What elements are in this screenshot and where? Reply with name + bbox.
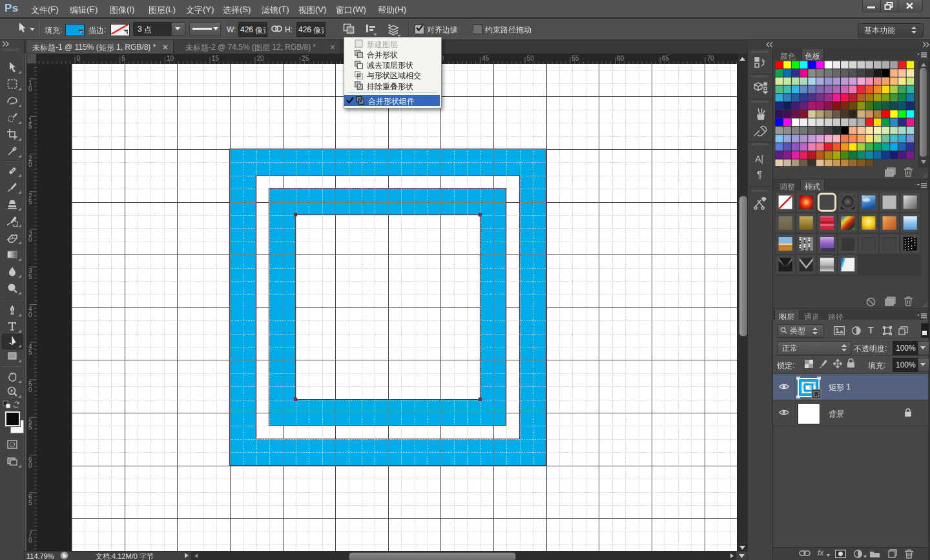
svg-text:0: 0 — [28, 236, 32, 243]
svg-text:5: 5 — [121, 55, 125, 62]
svg-text:5: 5 — [28, 499, 32, 506]
svg-text:0: 0 — [28, 85, 32, 92]
svg-text:50: 50 — [527, 55, 535, 62]
svg-text:5: 5 — [28, 273, 32, 280]
svg-text:20: 20 — [256, 55, 264, 62]
svg-text:60: 60 — [617, 55, 625, 62]
svg-text:0: 0 — [28, 311, 32, 318]
svg-text:0: 0 — [28, 462, 32, 469]
svg-text:65: 65 — [662, 55, 670, 62]
svg-text:5: 5 — [28, 349, 32, 356]
svg-text:5: 5 — [28, 424, 32, 431]
svg-text:10: 10 — [167, 55, 174, 62]
svg-text:55: 55 — [572, 55, 579, 62]
svg-text:15: 15 — [212, 55, 220, 62]
svg-text:0: 0 — [28, 161, 32, 168]
svg-text:25: 25 — [302, 55, 309, 62]
svg-text:5: 5 — [28, 123, 32, 130]
svg-text:5: 5 — [28, 198, 32, 205]
svg-text:70: 70 — [707, 55, 714, 62]
svg-text:0: 0 — [28, 386, 32, 393]
svg-text:0: 0 — [28, 537, 32, 544]
svg-text:0: 0 — [77, 55, 81, 62]
svg-text:45: 45 — [482, 55, 490, 62]
